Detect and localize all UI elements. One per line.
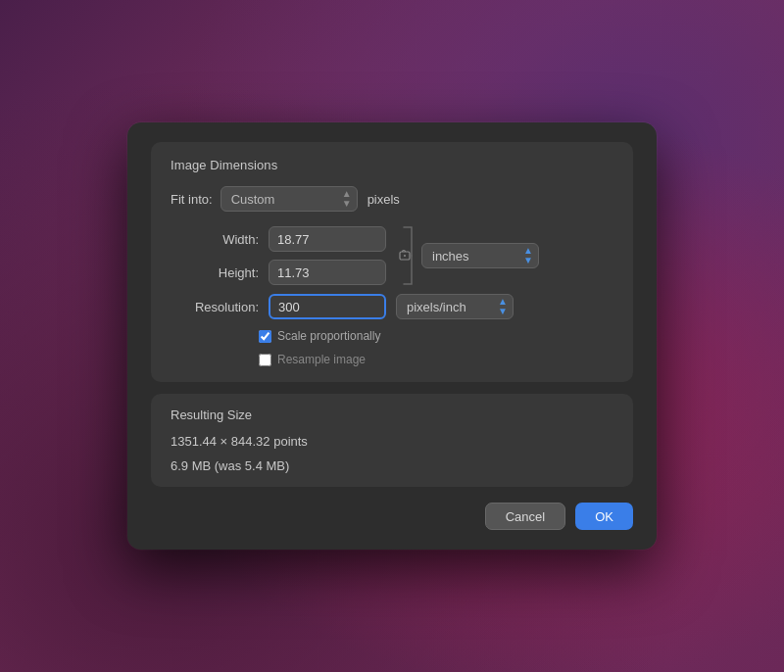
unit-select[interactable]: inches cm mm pixels <box>421 243 539 268</box>
section-title: Image Dimensions <box>171 158 613 172</box>
resolution-unit-select[interactable]: pixels/inch pixels/cm <box>396 294 514 319</box>
fit-into-label: Fit into: <box>171 192 213 207</box>
fit-into-row: Fit into: Custom ▲▼ pixels <box>171 186 613 212</box>
resample-image-label: Resample image <box>277 353 366 366</box>
width-label: Width: <box>171 232 259 247</box>
scale-proportionally-row: Scale proportionally <box>171 329 613 343</box>
resulting-size-title: Resulting Size <box>171 408 613 422</box>
unit-select-wrapper: inches cm mm pixels ▲▼ <box>421 243 539 268</box>
scale-proportionally-label: Scale proportionally <box>277 329 380 343</box>
image-dimensions-dialog: Image Dimensions Fit into: Custom ▲▼ pix… <box>127 122 657 550</box>
resolution-input[interactable] <box>269 294 386 319</box>
ok-button[interactable]: OK <box>575 503 633 530</box>
button-row: Cancel OK <box>151 503 633 530</box>
resample-image-checkbox[interactable] <box>259 354 271 366</box>
lock-bracket-container <box>394 225 414 286</box>
resulting-file-size: 6.9 MB (was 5.4 MB) <box>171 458 613 473</box>
height-input[interactable] <box>269 260 386 285</box>
wh-inputs: Width: Height: <box>171 226 386 285</box>
resolution-unit-select-wrapper: pixels/inch pixels/cm ▲▼ <box>396 294 514 319</box>
resulting-dimensions: 1351.44 × 844.32 points <box>171 434 613 449</box>
height-label: Height: <box>171 265 259 280</box>
resulting-size-section: Resulting Size 1351.44 × 844.32 points 6… <box>151 394 633 487</box>
fit-into-select-wrapper: Custom ▲▼ <box>220 186 358 212</box>
resample-image-row: Resample image <box>171 353 613 366</box>
fit-into-unit-label: pixels <box>368 192 400 207</box>
resolution-label: Resolution: <box>171 300 259 314</box>
lock-bracket-icon <box>394 225 414 286</box>
scale-proportionally-checkbox[interactable] <box>259 330 271 343</box>
width-input[interactable] <box>269 226 386 252</box>
svg-point-1 <box>404 255 406 257</box>
resolution-row: Resolution: pixels/inch pixels/cm ▲▼ <box>171 294 613 319</box>
width-row: Width: <box>171 226 386 252</box>
fit-into-select[interactable]: Custom <box>220 186 358 212</box>
cancel-button[interactable]: Cancel <box>485 503 565 530</box>
height-row: Height: <box>171 260 386 285</box>
dimensions-section: Image Dimensions Fit into: Custom ▲▼ pix… <box>151 142 633 382</box>
resolution-unit-wrapper: pixels/inch pixels/cm ▲▼ <box>396 294 514 319</box>
